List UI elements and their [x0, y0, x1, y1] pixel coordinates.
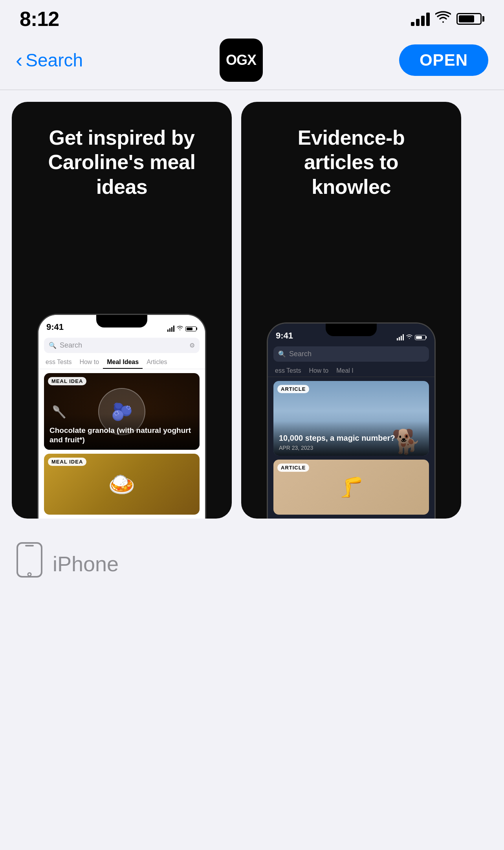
svg-rect-0: [17, 543, 42, 577]
device-section: iPhone: [0, 530, 504, 597]
tab-how-to-right: How to: [305, 365, 332, 377]
battery-icon: [456, 13, 484, 25]
status-bar: 8:12: [0, 0, 504, 35]
phone-right-tabs: ess Tests How to Meal I: [268, 365, 434, 377]
phone-left-status-icons: [167, 325, 197, 332]
tab-stress-tests-right: ess Tests: [271, 365, 305, 377]
phone-left-search: 🔍 Search ⚙: [44, 338, 200, 353]
phone-right-search-text: Search: [289, 350, 312, 358]
article-label-1: ARTICLE: [277, 385, 309, 393]
svg-rect-1: [25, 545, 34, 546]
back-label: Search: [26, 50, 83, 71]
article-card-1-overlay: 10,000 steps, a magic number? APR 23, 20…: [273, 421, 429, 456]
phone-right-status-icons: [397, 334, 427, 341]
card-header-right: Evidence-b articles to knowlec: [241, 102, 461, 215]
back-button[interactable]: ‹ Search: [16, 50, 83, 71]
phone-mockup-right: 9:41: [267, 322, 436, 519]
tab-meal-ideas-left: Meal Ideas: [103, 356, 143, 369]
phone-right-time: 9:41: [276, 331, 293, 341]
article-card-2: 🦵 ARTICLE: [273, 460, 429, 515]
phone-right-wifi: [406, 334, 413, 341]
app-icon: OGX: [220, 39, 263, 82]
meal-card-1-overlay: Chocolate granola (with natural yoghurt …: [44, 414, 200, 450]
article-card-1: 🐕 ARTICLE 10,000 steps, a magic number? …: [273, 381, 429, 456]
screenshot-left: Get inspired by Caroline's meal ideas 9:…: [12, 102, 232, 519]
iphone-icon: [16, 542, 43, 585]
phone-right-search: 🔍 Search: [273, 346, 429, 362]
phone-left-notch: [96, 315, 147, 327]
phone-left-search-text: Search: [60, 341, 82, 350]
phone-right-battery: [415, 335, 427, 340]
device-label: iPhone: [53, 552, 119, 576]
phone-left-time: 9:41: [46, 322, 64, 332]
meal-card-1: 🫐 🥄 MEAL IDEA Chocolate granola (with na…: [44, 373, 200, 450]
screenshots-row: Get inspired by Caroline's meal ideas 9:…: [0, 102, 504, 519]
card-title-right: Evidence-b articles to knowlec: [261, 125, 442, 199]
phone-left-battery: [185, 326, 197, 331]
card-header-left: Get inspired by Caroline's meal ideas: [12, 102, 232, 215]
phone-mockup-left: 9:41: [37, 314, 206, 519]
meal-card-2: 🍛 MEAL IDEA: [44, 454, 200, 515]
search-icon-right: 🔍: [278, 350, 286, 358]
article-card-1-date: APR 23, 2023: [279, 445, 423, 451]
search-icon-left: 🔍: [49, 342, 57, 349]
open-button[interactable]: OPEN: [399, 44, 488, 76]
wifi-icon: [435, 11, 451, 27]
phone-right-signal: [397, 334, 404, 340]
tab-articles-left: Articles: [143, 356, 171, 369]
svg-point-2: [28, 573, 31, 576]
meal-label-2: MEAL IDEA: [48, 458, 86, 466]
tab-how-to-left: How to: [75, 356, 103, 369]
article-label-2: ARTICLE: [277, 464, 309, 472]
screenshots-section: Get inspired by Caroline's meal ideas 9:…: [0, 90, 504, 530]
screenshot-right: Evidence-b articles to knowlec 9:41: [241, 102, 461, 519]
meal-card-1-title: Chocolate granola (with natural yoghurt …: [49, 426, 194, 445]
filter-icon-left: ⚙: [189, 342, 195, 349]
tab-stress-tests-left: ess Tests: [42, 356, 75, 369]
status-time: 8:12: [20, 7, 59, 31]
status-icons: [411, 11, 484, 27]
signal-icon: [411, 12, 430, 26]
chevron-left-icon: ‹: [16, 50, 22, 70]
meal-label-1: MEAL IDEA: [48, 377, 86, 385]
article-card-1-title: 10,000 steps, a magic number?: [279, 433, 423, 443]
phone-left-wifi: [176, 325, 183, 332]
nav-bar: ‹ Search OGX OPEN: [0, 35, 504, 90]
phone-left-tabs: ess Tests How to Meal Ideas Articles: [38, 356, 205, 369]
phone-right-notch: [326, 324, 377, 336]
phone-left-signal: [167, 326, 174, 332]
tab-meal-ideas-right: Meal I: [332, 365, 357, 377]
card-title-left: Get inspired by Caroline's meal ideas: [31, 125, 212, 199]
